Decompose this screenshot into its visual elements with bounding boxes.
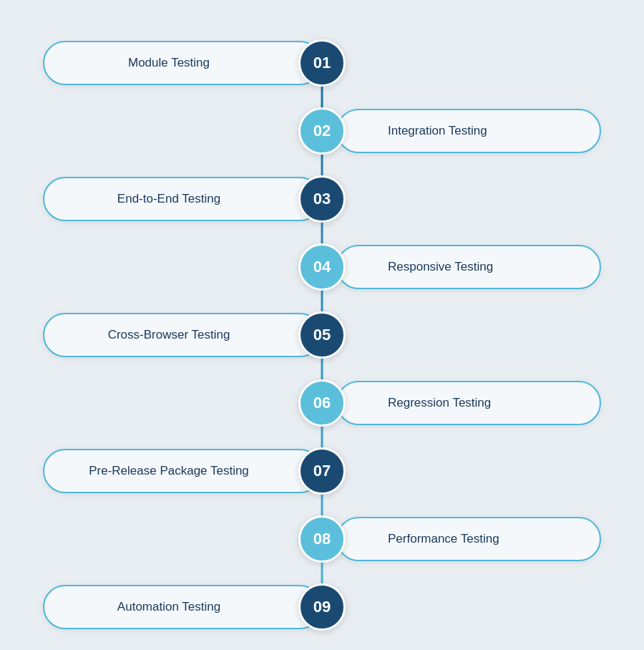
pill-04: Responsive Testing <box>336 245 601 289</box>
pill-02: Integration Testing <box>336 109 601 153</box>
pill-label-06: Regression Testing <box>388 396 491 410</box>
pill-07: Pre-Release Package Testing <box>43 449 322 493</box>
circle-08: 08 <box>298 515 346 563</box>
pill-09: Automation Testing <box>43 585 322 629</box>
circle-02: 02 <box>298 107 346 155</box>
circle-01: 01 <box>298 39 346 87</box>
list-item-05: Cross-Browser Testing05 <box>43 301 601 369</box>
list-item-03: End-to-End Testing03 <box>43 165 601 233</box>
circle-09: 09 <box>298 583 346 631</box>
pill-label-05: Cross-Browser Testing <box>108 328 230 342</box>
pill-label-07: Pre-Release Package Testing <box>89 464 249 478</box>
list-item-07: Pre-Release Package Testing07 <box>43 437 601 505</box>
pill-label-03: End-to-End Testing <box>117 192 220 206</box>
circle-04: 04 <box>298 243 346 291</box>
pill-06: Regression Testing <box>336 381 601 425</box>
pill-label-01: Module Testing <box>128 56 210 70</box>
list-item-02: Integration Testing02 <box>43 97 601 165</box>
pill-05: Cross-Browser Testing <box>43 313 322 357</box>
pill-label-08: Performance Testing <box>388 532 499 546</box>
list-item-06: Regression Testing06 <box>43 369 601 437</box>
pill-label-02: Integration Testing <box>388 124 487 138</box>
circle-07: 07 <box>298 447 346 495</box>
list-item-09: Automation Testing09 <box>43 573 601 641</box>
list-item-04: Responsive Testing04 <box>43 233 601 301</box>
pill-label-09: Automation Testing <box>117 600 220 614</box>
circle-03: 03 <box>298 175 346 223</box>
pill-03: End-to-End Testing <box>43 177 322 221</box>
circle-05: 05 <box>298 311 346 359</box>
pill-01: Module Testing <box>43 41 322 85</box>
list-item-08: Performance Testing08 <box>43 505 601 573</box>
circle-06: 06 <box>298 379 346 427</box>
list-item-01: Module Testing01 <box>43 29 601 97</box>
pill-label-04: Responsive Testing <box>388 260 493 274</box>
main-container: Module Testing01Integration Testing02End… <box>29 0 615 650</box>
pill-08: Performance Testing <box>336 517 601 561</box>
